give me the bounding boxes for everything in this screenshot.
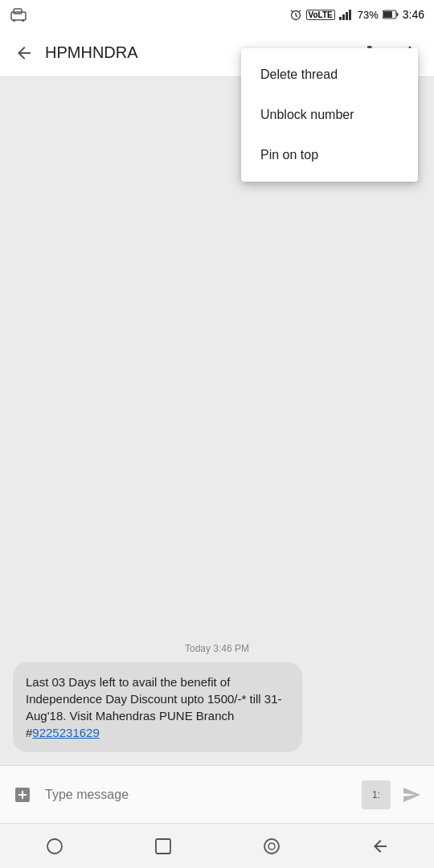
svg-rect-1 — [14, 9, 22, 14]
context-menu: Delete thread Unblock number Pin on top — [241, 48, 418, 182]
menu-overlay[interactable] — [0, 77, 434, 868]
pin-on-top-item[interactable]: Pin on top — [241, 135, 418, 175]
signal-icon — [339, 9, 354, 20]
svg-line-8 — [298, 10, 301, 12]
back-arrow-icon — [14, 43, 34, 63]
battery-text: 73% — [358, 9, 379, 21]
unblock-number-item[interactable]: Unblock number — [241, 95, 418, 135]
volte-badge: VoLTE — [306, 10, 335, 20]
battery-icon — [383, 10, 399, 19]
svg-point-3 — [22, 19, 24, 22]
delete-thread-item[interactable]: Delete thread — [241, 55, 418, 95]
svg-rect-15 — [396, 13, 398, 16]
status-right-icons: VoLTE 73% 3:46 — [289, 8, 424, 21]
svg-line-7 — [291, 10, 293, 12]
svg-line-6 — [296, 15, 297, 17]
svg-rect-10 — [342, 14, 345, 20]
status-left-icons — [10, 7, 27, 22]
notification-icon — [10, 7, 27, 22]
back-button[interactable] — [6, 35, 42, 71]
svg-point-2 — [13, 19, 15, 22]
svg-rect-14 — [383, 11, 392, 18]
svg-rect-12 — [349, 10, 351, 20]
status-bar: VoLTE 73% 3:46 — [0, 0, 434, 29]
time-display: 3:46 — [403, 8, 424, 21]
svg-rect-9 — [339, 17, 342, 20]
alarm-icon — [289, 8, 302, 21]
svg-rect-11 — [346, 12, 348, 20]
